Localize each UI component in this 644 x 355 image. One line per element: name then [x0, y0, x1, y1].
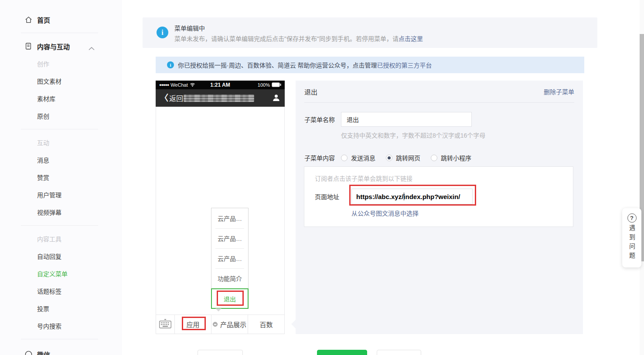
- sidebar-divider: [21, 129, 98, 129]
- submenu-item[interactable]: 云产品…: [211, 228, 248, 248]
- back-button: 〈返回: [160, 93, 183, 103]
- phone-menu-bar: 应用 产品展示 百数: [156, 314, 285, 334]
- submenu-name-input[interactable]: [341, 112, 472, 127]
- person-icon: [272, 94, 280, 104]
- sidebar-item-media-library[interactable]: 素材库: [0, 90, 122, 107]
- sidebar-item-account-search[interactable]: 号内搜索: [0, 317, 122, 335]
- menu-item-label: 百数: [259, 320, 273, 329]
- question-icon: ?: [627, 213, 637, 223]
- section-label: 内容工具: [37, 234, 61, 243]
- menu-item-app[interactable]: 应用: [174, 315, 211, 334]
- submenu-item-label: 云产品…: [218, 214, 242, 223]
- chevron-up-icon: [89, 44, 95, 52]
- sidebar-item-label: 图文素材: [37, 77, 61, 85]
- bottom-button-right[interactable]: [377, 350, 421, 355]
- url-row: 页面地址: [315, 189, 573, 204]
- submenu-item-label: 退出: [224, 294, 236, 303]
- chevron-left-icon: 〈: [160, 94, 168, 102]
- third-party-platform-link[interactable]: 已授权的第三方平台: [377, 61, 432, 69]
- submenu-item-label: 功能简介: [218, 274, 242, 283]
- radio-selected-icon: [386, 155, 392, 161]
- sidebar-item-auto-reply[interactable]: 自动回复: [0, 247, 122, 265]
- info-icon: i: [157, 27, 168, 38]
- submenu-item[interactable]: 云产品…: [211, 208, 248, 228]
- sidebar-item-label: 原创: [37, 112, 49, 120]
- delete-submenu-link[interactable]: 删除子菜单: [544, 87, 574, 96]
- sidebar-item-label: 素材库: [37, 94, 55, 103]
- sidebar-item-articles[interactable]: 图文素材: [0, 72, 122, 90]
- menu-item-products[interactable]: 产品展示: [211, 315, 248, 334]
- sidebar-group-content-interaction[interactable]: 内容与互动: [0, 37, 122, 55]
- sidebar-item-label: 消息: [37, 156, 49, 164]
- battery-percent: 100%: [258, 82, 270, 88]
- pick-from-articles-link[interactable]: 从公众号图文消息中选择: [351, 210, 419, 217]
- account-name-blurred: [184, 95, 254, 102]
- home-icon: [24, 15, 33, 24]
- sidebar-item-user-management[interactable]: 用户管理: [0, 186, 122, 203]
- sidebar-item-label: 首页: [37, 15, 50, 24]
- section-label: 创作: [37, 59, 49, 68]
- sidebar-item-vote[interactable]: 投票: [0, 300, 122, 317]
- text-cursor: [404, 193, 404, 200]
- phone-preview: ●●●●● WeChat 1:21 AM 100% 〈返回 云产品…: [156, 81, 285, 334]
- name-row: 子菜单名称: [296, 112, 583, 127]
- radio-icon: [431, 155, 437, 161]
- submenu-item[interactable]: 云产品…: [211, 248, 248, 268]
- sidebar-section-creation: 创作: [0, 55, 122, 72]
- sidebar-item-messages[interactable]: 消息: [0, 151, 122, 169]
- menu-item-label: 产品展示: [220, 320, 246, 329]
- radio-label: 跳转网页: [396, 153, 420, 162]
- submenu-item-exit-selected[interactable]: 退出: [211, 288, 249, 309]
- name-hint: 仅支持中英文和数字，字数不超过8个汉字或16个字母: [341, 131, 583, 139]
- authorization-bar: i 你已授权给摇一摇·周边、百数体验、简道云 帮助你运营公众号，点击管理已授权的…: [156, 57, 584, 73]
- submenu-item[interactable]: 功能简介: [211, 268, 248, 288]
- submenu-indicator-icon: [213, 322, 218, 327]
- sidebar-item-rewards[interactable]: 赞赏: [0, 169, 122, 186]
- sidebar-group-label: 内容与互动: [37, 42, 70, 51]
- keyboard-toggle[interactable]: [156, 315, 174, 334]
- radio-icon: [341, 155, 348, 161]
- notice-body: 菜单未发布，请确认菜单编辑完成后点击"保存并发布"同步到手机。若停用菜单，请点击…: [174, 34, 423, 43]
- content-label: 子菜单内容: [304, 153, 341, 162]
- sidebar-item-video-danmu[interactable]: 视频弹幕: [0, 203, 122, 221]
- pick-from-articles-row: 从公众号图文消息中选择: [351, 209, 573, 217]
- sidebar-item-clipped[interactable]: 微信: [0, 345, 122, 355]
- document-icon: [24, 42, 33, 51]
- submenu-item-label: 云产品…: [218, 254, 242, 263]
- submenu-popup: 云产品… 云产品… 云产品… 功能简介 退出: [211, 208, 249, 309]
- sidebar-item-home[interactable]: 首页: [0, 11, 122, 28]
- sidebar: 首页 内容与互动 创作 图文素材 素材库 原创 互动 消息 赞赏 用户管理 视频…: [0, 0, 122, 355]
- sidebar-divider: [21, 33, 98, 33]
- notice-body-text: 菜单未发布，请确认菜单编辑完成后点击"保存并发布"同步到手机。若停用菜单，请: [174, 35, 399, 42]
- popup-caret-icon: [215, 308, 221, 311]
- radio-jump-webpage[interactable]: 跳转网页: [386, 153, 420, 162]
- battery-icon: [272, 82, 281, 88]
- page-url-input[interactable]: [351, 189, 473, 204]
- sidebar-item-label: 赞赏: [37, 173, 49, 182]
- webpage-content-box: 订阅者点击该子菜单会跳到以下链接 页面地址 从公众号图文消息中选择: [304, 166, 573, 227]
- save-publish-button[interactable]: [317, 350, 367, 355]
- sidebar-item-topic-tags[interactable]: 话题标签: [0, 282, 122, 300]
- panel-pointer-notch: [291, 320, 300, 328]
- sidebar-item-label: 话题标签: [37, 287, 61, 295]
- sidebar-item-label: 视频弹幕: [37, 208, 61, 216]
- radio-mini-program[interactable]: 跳转小程序: [431, 153, 471, 162]
- keyboard-icon: [159, 319, 171, 330]
- phone-nav-bar: 〈返回: [156, 89, 285, 107]
- menu-item-baishu[interactable]: 百数: [248, 315, 284, 334]
- sidebar-item-original[interactable]: 原创: [0, 107, 122, 125]
- sidebar-divider: [21, 339, 98, 339]
- sidebar-divider: [21, 225, 98, 226]
- panel-title: 退出: [304, 87, 317, 96]
- sidebar-item-label: 投票: [37, 304, 49, 313]
- sidebar-item-label: 自动回复: [37, 252, 61, 260]
- bottom-button-left[interactable]: [198, 350, 243, 355]
- sidebar-section-interaction: 互动: [0, 134, 122, 151]
- help-widget[interactable]: ? 遇到问题: [622, 208, 641, 267]
- stop-menu-link[interactable]: 点击这里: [399, 35, 423, 42]
- menu-item-label: 应用: [186, 320, 199, 329]
- radio-send-message[interactable]: 发送消息: [341, 153, 375, 162]
- sidebar-item-custom-menu[interactable]: 自定义菜单: [0, 265, 122, 282]
- help-label: 遇到问题: [627, 225, 636, 261]
- radio-label: 发送消息: [351, 153, 375, 162]
